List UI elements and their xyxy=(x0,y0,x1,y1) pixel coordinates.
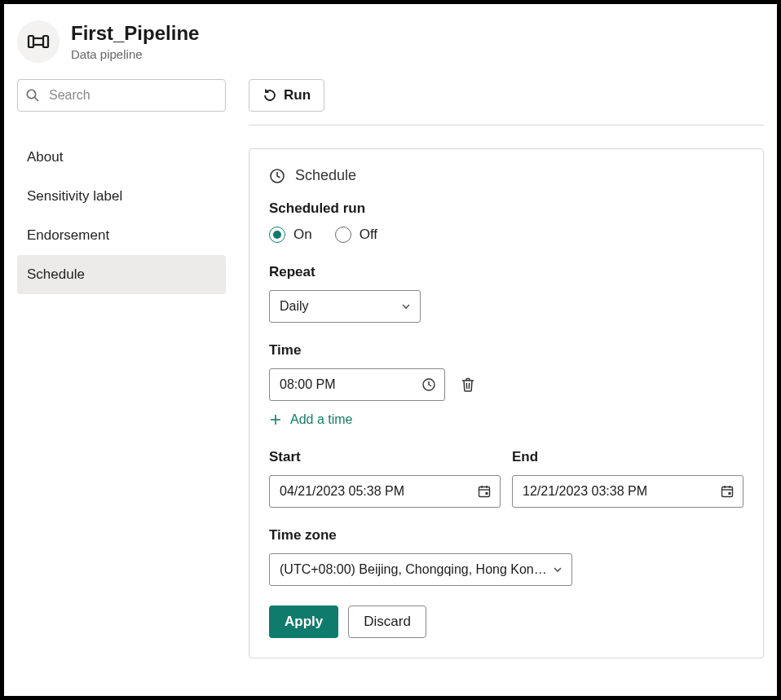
chevron-down-icon xyxy=(400,301,412,312)
run-button-label: Run xyxy=(284,87,311,103)
timezone-dropdown[interactable]: (UTC+08:00) Beijing, Chongqing, Hong Kon… xyxy=(269,553,572,586)
page-subtitle: Data pipeline xyxy=(71,47,199,61)
add-time-label: Add a time xyxy=(290,412,352,427)
sidebar-item-about[interactable]: About xyxy=(17,138,226,177)
page-title: First_Pipeline xyxy=(71,22,199,46)
sidebar-item-label: Endorsement xyxy=(27,227,109,243)
timezone-value: (UTC+08:00) Beijing, Chongqing, Hong Kon… xyxy=(280,562,547,577)
end-value: 12/21/2023 03:38 PM xyxy=(523,484,647,499)
svg-rect-16 xyxy=(486,492,488,495)
scheduled-run-label: Scheduled run xyxy=(269,200,743,217)
svg-rect-21 xyxy=(729,492,731,495)
scheduled-run-off-radio[interactable]: Off xyxy=(335,227,377,243)
repeat-value: Daily xyxy=(280,299,309,314)
search-icon xyxy=(25,88,40,103)
svg-point-4 xyxy=(27,90,35,98)
plus-icon xyxy=(269,413,282,426)
apply-label: Apply xyxy=(285,614,323,629)
repeat-label: Repeat xyxy=(269,264,743,280)
end-datetime-input[interactable]: 12/21/2023 03:38 PM xyxy=(512,475,743,508)
scheduled-run-on-radio[interactable]: On xyxy=(269,227,312,243)
panel-title-label: Schedule xyxy=(295,167,356,184)
apply-button[interactable]: Apply xyxy=(269,605,338,638)
delete-time-button[interactable] xyxy=(457,373,479,396)
page-header: First_Pipeline Data pipeline xyxy=(17,20,764,63)
sidebar-item-label: Sensitivity label xyxy=(27,188,122,204)
divider xyxy=(249,125,764,125)
chevron-down-icon xyxy=(552,564,563,575)
sidebar-item-label: Schedule xyxy=(27,266,85,282)
discard-button[interactable]: Discard xyxy=(348,605,426,638)
search-input[interactable] xyxy=(17,79,226,112)
add-time-button[interactable]: Add a time xyxy=(269,412,352,427)
svg-rect-17 xyxy=(722,487,733,497)
trash-icon xyxy=(460,376,476,393)
sidebar-item-schedule[interactable]: Schedule xyxy=(17,255,226,294)
sidebar: About Sensitivity label Endorsement Sche… xyxy=(17,79,226,683)
start-label: Start xyxy=(269,449,501,465)
sidebar-item-sensitivity-label[interactable]: Sensitivity label xyxy=(17,177,226,216)
svg-line-5 xyxy=(35,98,39,102)
calendar-icon xyxy=(720,484,735,499)
refresh-icon xyxy=(263,88,277,103)
clock-icon xyxy=(421,377,436,392)
radio-off-label: Off xyxy=(360,227,377,243)
start-datetime-input[interactable]: 04/21/2023 05:38 PM xyxy=(269,475,501,508)
discard-label: Discard xyxy=(364,614,411,629)
run-button[interactable]: Run xyxy=(249,79,324,112)
radio-on-label: On xyxy=(293,227,312,243)
start-value: 04/21/2023 05:38 PM xyxy=(280,484,404,499)
repeat-dropdown[interactable]: Daily xyxy=(269,290,421,323)
end-label: End xyxy=(512,449,743,465)
svg-rect-1 xyxy=(43,36,48,47)
timezone-label: Time zone xyxy=(269,527,743,544)
svg-rect-0 xyxy=(29,36,33,47)
time-label: Time xyxy=(269,342,743,359)
sidebar-item-label: About xyxy=(27,149,63,165)
clock-icon xyxy=(269,168,285,184)
pipeline-icon xyxy=(17,20,60,63)
sidebar-item-endorsement[interactable]: Endorsement xyxy=(17,216,226,255)
time-input[interactable]: 08:00 PM xyxy=(269,368,445,401)
calendar-icon xyxy=(477,484,492,499)
schedule-panel: Schedule Scheduled run On Off xyxy=(249,148,764,658)
svg-rect-12 xyxy=(479,487,490,497)
time-value: 08:00 PM xyxy=(280,377,335,392)
